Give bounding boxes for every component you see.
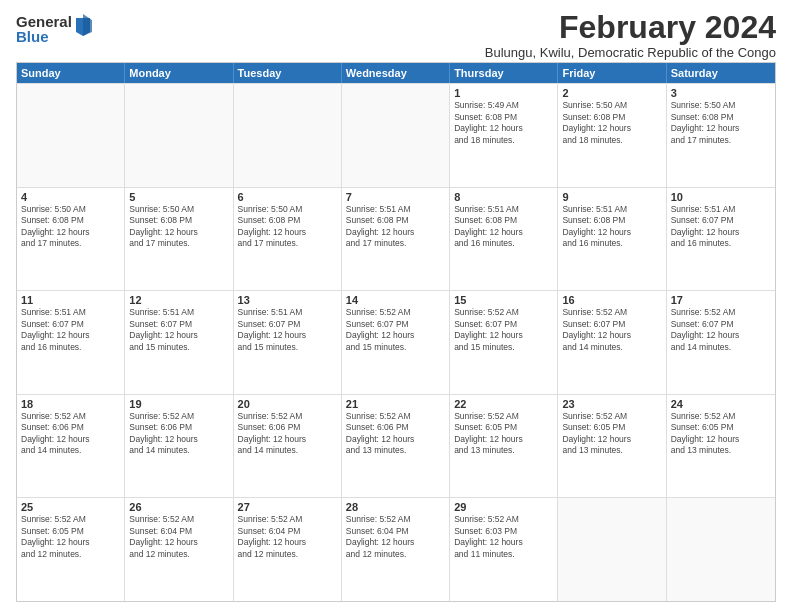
- day-info: Sunrise: 5:51 AMSunset: 6:08 PMDaylight:…: [562, 204, 661, 250]
- day-number: 17: [671, 294, 771, 306]
- day-number: 25: [21, 501, 120, 513]
- day-number: 24: [671, 398, 771, 410]
- logo-general: General: [16, 14, 72, 29]
- subtitle: Bulungu, Kwilu, Democratic Republic of t…: [485, 45, 776, 60]
- calendar-row: 25Sunrise: 5:52 AMSunset: 6:05 PMDayligh…: [17, 497, 775, 601]
- calendar-cell: 14Sunrise: 5:52 AMSunset: 6:07 PMDayligh…: [342, 291, 450, 394]
- calendar-cell: 13Sunrise: 5:51 AMSunset: 6:07 PMDayligh…: [234, 291, 342, 394]
- day-number: 13: [238, 294, 337, 306]
- day-number: 10: [671, 191, 771, 203]
- day-number: 3: [671, 87, 771, 99]
- calendar-cell: 1Sunrise: 5:49 AMSunset: 6:08 PMDaylight…: [450, 84, 558, 187]
- day-info: Sunrise: 5:52 AMSunset: 6:05 PMDaylight:…: [21, 514, 120, 560]
- header-cell-thursday: Thursday: [450, 63, 558, 83]
- day-number: 22: [454, 398, 553, 410]
- day-info: Sunrise: 5:52 AMSunset: 6:06 PMDaylight:…: [21, 411, 120, 457]
- page: General Blue February 2024 Bulungu, Kwil…: [0, 0, 792, 612]
- day-number: 12: [129, 294, 228, 306]
- calendar-cell: 4Sunrise: 5:50 AMSunset: 6:08 PMDaylight…: [17, 188, 125, 291]
- calendar-row: 11Sunrise: 5:51 AMSunset: 6:07 PMDayligh…: [17, 290, 775, 394]
- calendar-cell: 19Sunrise: 5:52 AMSunset: 6:06 PMDayligh…: [125, 395, 233, 498]
- day-number: 16: [562, 294, 661, 306]
- day-info: Sunrise: 5:51 AMSunset: 6:07 PMDaylight:…: [238, 307, 337, 353]
- logo-icon: [74, 14, 92, 36]
- day-info: Sunrise: 5:52 AMSunset: 6:07 PMDaylight:…: [562, 307, 661, 353]
- day-info: Sunrise: 5:51 AMSunset: 6:08 PMDaylight:…: [454, 204, 553, 250]
- header-cell-wednesday: Wednesday: [342, 63, 450, 83]
- day-info: Sunrise: 5:52 AMSunset: 6:03 PMDaylight:…: [454, 514, 553, 560]
- day-info: Sunrise: 5:50 AMSunset: 6:08 PMDaylight:…: [562, 100, 661, 146]
- title-section: February 2024 Bulungu, Kwilu, Democratic…: [485, 10, 776, 60]
- day-info: Sunrise: 5:49 AMSunset: 6:08 PMDaylight:…: [454, 100, 553, 146]
- calendar-cell: 6Sunrise: 5:50 AMSunset: 6:08 PMDaylight…: [234, 188, 342, 291]
- calendar-cell: 16Sunrise: 5:52 AMSunset: 6:07 PMDayligh…: [558, 291, 666, 394]
- calendar-body: 1Sunrise: 5:49 AMSunset: 6:08 PMDaylight…: [17, 83, 775, 601]
- day-number: 26: [129, 501, 228, 513]
- day-info: Sunrise: 5:52 AMSunset: 6:07 PMDaylight:…: [346, 307, 445, 353]
- calendar-cell: 9Sunrise: 5:51 AMSunset: 6:08 PMDaylight…: [558, 188, 666, 291]
- day-number: 11: [21, 294, 120, 306]
- calendar-cell: 21Sunrise: 5:52 AMSunset: 6:06 PMDayligh…: [342, 395, 450, 498]
- calendar-cell: 5Sunrise: 5:50 AMSunset: 6:08 PMDaylight…: [125, 188, 233, 291]
- header-cell-friday: Friday: [558, 63, 666, 83]
- calendar-row: 1Sunrise: 5:49 AMSunset: 6:08 PMDaylight…: [17, 83, 775, 187]
- day-number: 29: [454, 501, 553, 513]
- calendar-cell: [234, 84, 342, 187]
- day-number: 2: [562, 87, 661, 99]
- day-number: 4: [21, 191, 120, 203]
- day-info: Sunrise: 5:52 AMSunset: 6:04 PMDaylight:…: [238, 514, 337, 560]
- calendar-cell: 2Sunrise: 5:50 AMSunset: 6:08 PMDaylight…: [558, 84, 666, 187]
- day-number: 19: [129, 398, 228, 410]
- day-number: 5: [129, 191, 228, 203]
- header-cell-tuesday: Tuesday: [234, 63, 342, 83]
- calendar-cell: 24Sunrise: 5:52 AMSunset: 6:05 PMDayligh…: [667, 395, 775, 498]
- day-number: 8: [454, 191, 553, 203]
- logo-blue: Blue: [16, 29, 72, 44]
- calendar: SundayMondayTuesdayWednesdayThursdayFrid…: [16, 62, 776, 602]
- header: General Blue February 2024 Bulungu, Kwil…: [16, 10, 776, 60]
- day-number: 15: [454, 294, 553, 306]
- calendar-cell: 8Sunrise: 5:51 AMSunset: 6:08 PMDaylight…: [450, 188, 558, 291]
- day-number: 9: [562, 191, 661, 203]
- calendar-cell: 23Sunrise: 5:52 AMSunset: 6:05 PMDayligh…: [558, 395, 666, 498]
- calendar-cell: 7Sunrise: 5:51 AMSunset: 6:08 PMDaylight…: [342, 188, 450, 291]
- day-info: Sunrise: 5:52 AMSunset: 6:05 PMDaylight:…: [454, 411, 553, 457]
- calendar-cell: 17Sunrise: 5:52 AMSunset: 6:07 PMDayligh…: [667, 291, 775, 394]
- day-number: 6: [238, 191, 337, 203]
- day-info: Sunrise: 5:51 AMSunset: 6:07 PMDaylight:…: [21, 307, 120, 353]
- day-number: 7: [346, 191, 445, 203]
- calendar-cell: 22Sunrise: 5:52 AMSunset: 6:05 PMDayligh…: [450, 395, 558, 498]
- day-info: Sunrise: 5:52 AMSunset: 6:05 PMDaylight:…: [562, 411, 661, 457]
- day-info: Sunrise: 5:52 AMSunset: 6:07 PMDaylight:…: [671, 307, 771, 353]
- day-number: 21: [346, 398, 445, 410]
- calendar-row: 4Sunrise: 5:50 AMSunset: 6:08 PMDaylight…: [17, 187, 775, 291]
- day-info: Sunrise: 5:52 AMSunset: 6:06 PMDaylight:…: [238, 411, 337, 457]
- day-number: 18: [21, 398, 120, 410]
- logo: General Blue: [16, 14, 92, 44]
- day-info: Sunrise: 5:50 AMSunset: 6:08 PMDaylight:…: [129, 204, 228, 250]
- day-number: 14: [346, 294, 445, 306]
- calendar-cell: 18Sunrise: 5:52 AMSunset: 6:06 PMDayligh…: [17, 395, 125, 498]
- day-info: Sunrise: 5:52 AMSunset: 6:05 PMDaylight:…: [671, 411, 771, 457]
- day-info: Sunrise: 5:52 AMSunset: 6:07 PMDaylight:…: [454, 307, 553, 353]
- month-title: February 2024: [485, 10, 776, 45]
- day-info: Sunrise: 5:52 AMSunset: 6:04 PMDaylight:…: [346, 514, 445, 560]
- day-info: Sunrise: 5:51 AMSunset: 6:08 PMDaylight:…: [346, 204, 445, 250]
- calendar-row: 18Sunrise: 5:52 AMSunset: 6:06 PMDayligh…: [17, 394, 775, 498]
- header-cell-monday: Monday: [125, 63, 233, 83]
- header-cell-saturday: Saturday: [667, 63, 775, 83]
- day-info: Sunrise: 5:52 AMSunset: 6:04 PMDaylight:…: [129, 514, 228, 560]
- day-number: 23: [562, 398, 661, 410]
- day-info: Sunrise: 5:51 AMSunset: 6:07 PMDaylight:…: [129, 307, 228, 353]
- calendar-cell: 3Sunrise: 5:50 AMSunset: 6:08 PMDaylight…: [667, 84, 775, 187]
- calendar-cell: [667, 498, 775, 601]
- calendar-header: SundayMondayTuesdayWednesdayThursdayFrid…: [17, 63, 775, 83]
- day-info: Sunrise: 5:50 AMSunset: 6:08 PMDaylight:…: [21, 204, 120, 250]
- day-info: Sunrise: 5:50 AMSunset: 6:08 PMDaylight:…: [238, 204, 337, 250]
- logo-text: General Blue: [16, 14, 72, 44]
- calendar-cell: 12Sunrise: 5:51 AMSunset: 6:07 PMDayligh…: [125, 291, 233, 394]
- calendar-cell: 27Sunrise: 5:52 AMSunset: 6:04 PMDayligh…: [234, 498, 342, 601]
- calendar-cell: 10Sunrise: 5:51 AMSunset: 6:07 PMDayligh…: [667, 188, 775, 291]
- header-cell-sunday: Sunday: [17, 63, 125, 83]
- day-info: Sunrise: 5:52 AMSunset: 6:06 PMDaylight:…: [346, 411, 445, 457]
